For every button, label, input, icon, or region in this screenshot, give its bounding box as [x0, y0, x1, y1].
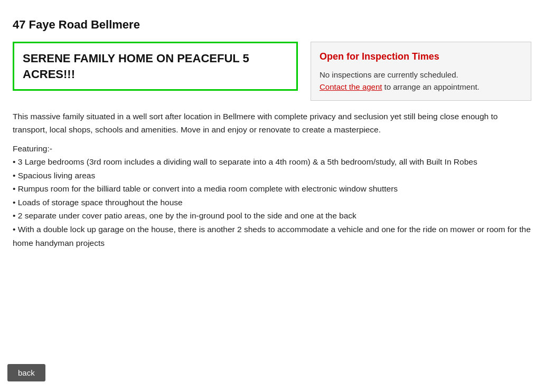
- list-item: • 3 Large bedrooms (3rd room includes a …: [13, 155, 531, 169]
- features-list: • 3 Large bedrooms (3rd room includes a …: [13, 155, 531, 250]
- inspection-box: Open for Inspection Times No inspections…: [311, 42, 531, 101]
- list-item: • Spacious living areas: [13, 169, 531, 183]
- list-item: • 2 separate under cover patio areas, on…: [13, 209, 531, 223]
- featuring-label: Featuring:-: [13, 142, 531, 156]
- top-row: SERENE FAMILY HOME ON PEACEFUL 5 ACRES!!…: [13, 42, 531, 101]
- contact-suffix: to arrange an appointment.: [382, 82, 479, 91]
- contact-agent-link[interactable]: Contact the agent: [320, 82, 382, 91]
- headline-text: SERENE FAMILY HOME ON PEACEFUL 5 ACRES!!…: [23, 51, 288, 82]
- inspection-body: No inspections are currently scheduled. …: [320, 69, 522, 93]
- list-item: • With a double lock up garage on the ho…: [13, 223, 531, 250]
- list-item: • Rumpus room for the billiard table or …: [13, 182, 531, 196]
- headline-box: SERENE FAMILY HOME ON PEACEFUL 5 ACRES!!…: [13, 42, 298, 91]
- inspection-title: Open for Inspection Times: [320, 50, 522, 64]
- page-title: 47 Faye Road Bellmere: [13, 16, 531, 33]
- list-item: • Loads of storage space throughout the …: [13, 196, 531, 209]
- back-button[interactable]: back: [7, 364, 45, 381]
- no-schedule-text: No inspections are currently scheduled.: [320, 70, 458, 79]
- features-section: Featuring:-: [13, 142, 531, 156]
- property-description: This massive family situated in a well s…: [13, 110, 531, 137]
